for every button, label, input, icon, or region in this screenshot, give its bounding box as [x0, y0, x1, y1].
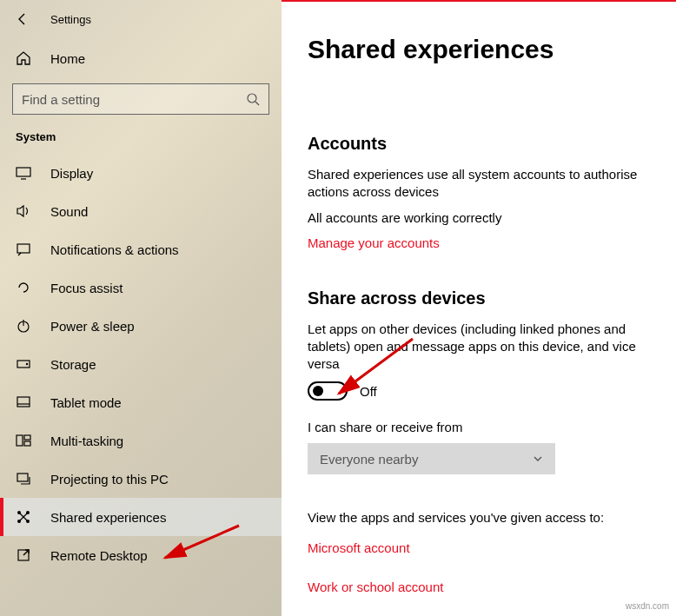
accounts-status: All accounts are working correctly	[308, 209, 650, 227]
notifications-icon	[16, 242, 31, 257]
sidebar-item-label: Multi-tasking	[50, 434, 123, 448]
svg-rect-14	[17, 474, 28, 481]
power-icon	[16, 318, 31, 334]
search-icon	[246, 92, 260, 106]
sidebar-item-display[interactable]: Display	[0, 154, 282, 192]
toggle-state: Off	[360, 384, 377, 399]
storage-icon	[16, 356, 31, 372]
focus-icon	[16, 280, 31, 295]
watermark: wsxdn.com	[626, 601, 669, 611]
sidebar-item-label: Remote Desktop	[50, 548, 148, 563]
work-account-link[interactable]: Work or school account	[308, 580, 443, 594]
share-heading: Share across devices	[308, 288, 650, 308]
sidebar-item-label: Shared experiences	[50, 510, 166, 525]
share-toggle[interactable]	[308, 381, 348, 401]
projecting-icon	[16, 471, 31, 487]
nav-list: Display Sound Notifications & actions Fo…	[0, 154, 282, 574]
sidebar-item-notifications[interactable]: Notifications & actions	[0, 230, 282, 268]
select-value: Everyone nearby	[320, 452, 418, 467]
svg-point-0	[248, 94, 256, 103]
page-title: Shared experiences	[308, 35, 650, 64]
sidebar-item-shared-experiences[interactable]: Shared experiences	[0, 498, 282, 536]
tablet-icon	[16, 394, 31, 410]
svg-rect-2	[17, 168, 30, 176]
sidebar-item-focus[interactable]: Focus assist	[0, 268, 282, 307]
sidebar-item-remote[interactable]: Remote Desktop	[0, 536, 282, 574]
home-label: Home	[50, 51, 85, 66]
home-nav[interactable]: Home	[0, 42, 282, 75]
svg-point-8	[26, 363, 28, 365]
svg-rect-12	[24, 435, 30, 440]
shared-icon	[16, 509, 31, 525]
arrow-left-icon	[16, 12, 30, 26]
sidebar-item-power[interactable]: Power & sleep	[0, 307, 282, 345]
home-icon	[16, 50, 31, 66]
sidebar-item-label: Projecting to this PC	[50, 472, 169, 487]
sidebar: Settings Home System Display Sound Notif…	[0, 0, 282, 616]
sidebar-item-label: Focus assist	[50, 281, 123, 295]
sound-icon	[16, 203, 31, 219]
sidebar-item-storage[interactable]: Storage	[0, 345, 282, 383]
svg-line-1	[255, 102, 259, 105]
sidebar-item-label: Tablet mode	[50, 395, 122, 410]
receive-select[interactable]: Everyone nearby	[308, 443, 555, 474]
share-desc: Let apps on other devices (including lin…	[308, 321, 650, 373]
sidebar-item-label: Sound	[50, 204, 88, 219]
sidebar-item-sound[interactable]: Sound	[0, 192, 282, 230]
svg-rect-9	[17, 397, 30, 407]
search-field[interactable]	[22, 92, 246, 107]
remote-icon	[16, 547, 31, 563]
back-button[interactable]	[16, 12, 30, 26]
chevron-down-icon	[533, 454, 543, 464]
main-content: Shared experiences Accounts Shared exper…	[282, 0, 676, 616]
sidebar-item-tablet[interactable]: Tablet mode	[0, 383, 282, 421]
sidebar-item-label: Power & sleep	[50, 319, 135, 334]
microsoft-account-link[interactable]: Microsoft account	[308, 540, 410, 555]
receive-label: I can share or receive from	[308, 420, 650, 434]
svg-rect-13	[24, 441, 30, 446]
view-apps-label: View the apps and services you've given …	[308, 509, 650, 527]
multitasking-icon	[16, 433, 31, 448]
sidebar-item-label: Display	[50, 166, 93, 181]
accounts-heading: Accounts	[308, 134, 650, 154]
app-title: Settings	[50, 13, 91, 26]
search-input[interactable]	[12, 83, 269, 115]
manage-accounts-link[interactable]: Manage your accounts	[308, 235, 440, 250]
sidebar-item-label: Notifications & actions	[50, 242, 179, 257]
sidebar-item-multitasking[interactable]: Multi-tasking	[0, 421, 282, 460]
sidebar-item-label: Storage	[50, 357, 96, 372]
sidebar-item-projecting[interactable]: Projecting to this PC	[0, 460, 282, 498]
display-icon	[16, 165, 31, 181]
accounts-desc: Shared experiences use all system accoun…	[308, 166, 650, 201]
sidebar-section: System	[0, 130, 282, 154]
svg-rect-11	[17, 435, 23, 446]
svg-rect-4	[17, 244, 30, 253]
svg-line-22	[23, 550, 29, 555]
